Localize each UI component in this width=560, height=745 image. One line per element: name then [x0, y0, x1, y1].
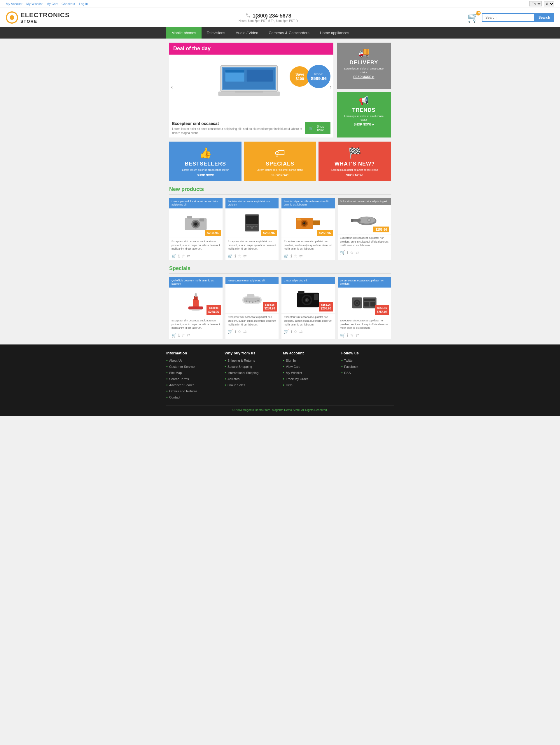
wishlist-icon-s2[interactable]: ☆ — [238, 329, 242, 334]
nav-audio-video[interactable]: Audio / Video — [231, 27, 264, 38]
footer-my-wishlist[interactable]: My Wishlist — [283, 370, 336, 375]
info-icon-3[interactable]: ℹ — [290, 254, 292, 258]
search-button[interactable]: Search — [534, 13, 554, 22]
login-link[interactable]: Log In — [79, 2, 88, 5]
wishlist-icon-4[interactable]: ☆ — [350, 250, 354, 255]
deal-prev-btn[interactable]: ‹ — [171, 84, 173, 90]
bestsellers-shop-link[interactable]: SHOP NOW! — [172, 174, 239, 177]
bestsellers-box[interactable]: 👍 BESTSELLERS Lorem ipsum dolor sit amet… — [169, 141, 242, 181]
footer-sign-in[interactable]: Sign In — [283, 358, 336, 363]
compare-icon-1[interactable]: ⇄ — [187, 254, 190, 258]
category-row: 👍 BESTSELLERS Lorem ipsum dolor sit amet… — [169, 141, 391, 181]
search-input[interactable] — [482, 13, 534, 22]
add-to-cart-icon-2[interactable]: 🛒 — [228, 254, 233, 258]
my-account-link[interactable]: My Account — [6, 2, 23, 5]
wishlist-icon-1[interactable]: ☆ — [181, 254, 185, 258]
shop-now-label: Shop now! — [314, 125, 326, 132]
add-to-cart-icon-1[interactable]: 🛒 — [172, 254, 176, 258]
footer-about[interactable]: About Us — [166, 358, 219, 363]
add-to-cart-icon-3[interactable]: 🛒 — [284, 254, 289, 258]
compare-icon-s4[interactable]: ⇄ — [355, 333, 359, 337]
info-icon-s3[interactable]: ℹ — [290, 329, 292, 334]
svg-point-57 — [356, 302, 358, 303]
special-tag-4: Lorem set sint occaecat cupidatat non pr… — [338, 277, 391, 288]
deal-content: ‹ Save $100 — [169, 55, 334, 119]
nav-home-appliances[interactable]: Home appliances — [315, 27, 354, 38]
compare-icon-s3[interactable]: ⇄ — [299, 329, 303, 334]
info-icon-s2[interactable]: ℹ — [235, 329, 236, 334]
footer-rss[interactable]: RSS — [341, 370, 394, 375]
info-icon-4[interactable]: ℹ — [347, 250, 348, 255]
nav-televisions[interactable]: Televisions — [202, 27, 231, 38]
add-to-cart-icon-s1[interactable]: 🛒 — [172, 333, 176, 337]
my-wishlist-link[interactable]: My Wishlist — [26, 2, 43, 5]
add-to-cart-icon-s2[interactable]: 🛒 — [228, 329, 233, 334]
footer-site-map[interactable]: Site Map — [166, 370, 219, 375]
wishlist-icon-3[interactable]: ☆ — [294, 254, 298, 258]
compare-icon-3[interactable]: ⇄ — [299, 254, 303, 258]
wishlist-icon-s3[interactable]: ☆ — [294, 329, 298, 334]
magento-link[interactable]: Magento Demo Store. — [272, 409, 301, 412]
footer-orders-returns[interactable]: Orders and Returns — [166, 389, 219, 393]
footer-view-cart[interactable]: View Cart — [283, 364, 336, 369]
footer-twitter[interactable]: Twitter — [341, 358, 394, 363]
wishlist-icon-s1[interactable]: ☆ — [181, 333, 185, 337]
logo-text: ELECTRONICS STORE — [21, 11, 70, 24]
footer-group-sales[interactable]: Group Sales — [224, 383, 277, 387]
svg-point-45 — [255, 301, 256, 302]
info-icon-2[interactable]: ℹ — [235, 254, 236, 258]
footer-intl-shipping[interactable]: International Shipping — [224, 370, 277, 375]
svg-rect-23 — [313, 221, 320, 226]
checkout-link[interactable]: Checkout — [62, 2, 75, 5]
trends-shop-now-link[interactable]: SHOP NOW! ➤ — [341, 123, 387, 126]
special-actions-4: 🛒 ℹ ☆ ⇄ — [338, 332, 391, 339]
add-to-cart-icon-s4[interactable]: 🛒 — [340, 333, 345, 337]
footer-search-terms[interactable]: Search Terms — [166, 377, 219, 381]
special-card-4: Lorem set sint occaecat cupidatat non pr… — [338, 277, 391, 339]
whats-new-shop-link[interactable]: SHOP NOW! — [321, 174, 388, 177]
product-price-1: $258.96 — [205, 230, 221, 236]
add-to-cart-icon-4[interactable]: 🛒 — [340, 250, 345, 255]
footer-top: Information About Us Customer Service Si… — [166, 351, 394, 406]
logo[interactable]: ELECTRONICS STORE — [6, 11, 70, 24]
specials-cat-shop-link[interactable]: SHOP NOW! — [247, 174, 313, 177]
footer-account-list: Sign In View Cart My Wishlist Track My O… — [283, 358, 336, 387]
compare-icon-2[interactable]: ⇄ — [243, 254, 247, 258]
my-cart-link[interactable]: My Cart — [46, 2, 58, 5]
cart-icon-wrap[interactable]: 🛒 125 — [467, 12, 479, 23]
specials-cat-box[interactable]: 🏷 SPECIALS Lorem ipsum dolor sit amet co… — [244, 141, 316, 181]
wishlist-icon-s4[interactable]: ☆ — [350, 333, 354, 337]
info-icon-s4[interactable]: ℹ — [347, 333, 348, 337]
currency-select[interactable]: $ — [544, 1, 554, 6]
megaphone-icon: 📢 — [341, 96, 387, 105]
footer-contact[interactable]: Contact — [166, 395, 219, 400]
deal-next-btn[interactable]: › — [329, 84, 331, 90]
footer-affiliates[interactable]: Affiliates — [224, 377, 277, 381]
logo-circle-inner — [10, 15, 14, 20]
trends-box: 📢 TRENDS Lorem ipsum dolor sit amet cons… — [337, 92, 391, 138]
wishlist-icon-2[interactable]: ☆ — [238, 254, 242, 258]
brand-name: ELECTRONICS — [21, 11, 70, 19]
compare-icon-s1[interactable]: ⇄ — [187, 333, 190, 337]
footer-shipping[interactable]: Shipping & Returns — [224, 358, 277, 363]
footer-follow-title: Follow us — [341, 351, 394, 355]
info-icon-1[interactable]: ℹ — [178, 254, 180, 258]
trends-desc: Lorem ipsum dolor sit amet conse ctetur — [341, 115, 387, 122]
compare-icon-s2[interactable]: ⇄ — [243, 329, 247, 334]
nav-mobile-phones[interactable]: Mobile phones — [166, 27, 202, 38]
footer-facebook[interactable]: Facebook — [341, 364, 394, 369]
nav-cameras[interactable]: Cameras & Camcorders — [264, 27, 314, 38]
footer-customer-service[interactable]: Customer Service — [166, 364, 219, 369]
language-select[interactable]: En — [529, 1, 541, 6]
info-icon-s1[interactable]: ℹ — [178, 333, 180, 337]
compare-icon-4[interactable]: ⇄ — [355, 250, 359, 255]
footer-secure-shopping[interactable]: Secure Shopping — [224, 364, 277, 369]
footer-why: Why buy from us Shipping & Returns Secur… — [224, 351, 277, 401]
deal-shop-now-btn[interactable]: 🛒 Shop now! — [305, 122, 330, 134]
footer-track-order[interactable]: Track My Order — [283, 377, 336, 381]
whats-new-box[interactable]: 🏁 WHAT'S NEW? Lorem ipsum dolor sit amet… — [318, 141, 391, 181]
read-more-link[interactable]: READ MORE ➤ — [341, 75, 387, 78]
footer-advanced-search[interactable]: Advanced Search — [166, 383, 219, 387]
footer-help[interactable]: Help — [283, 383, 336, 387]
add-to-cart-icon-s3[interactable]: 🛒 — [284, 329, 289, 334]
